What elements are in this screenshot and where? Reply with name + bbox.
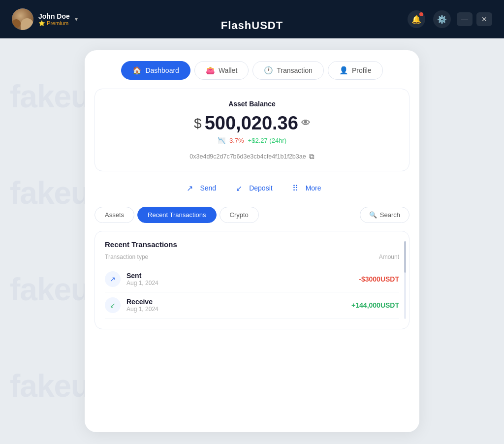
section-tabs: Assets Recent Transactions Crypto 🔍 Sear… bbox=[85, 207, 419, 223]
tx-details: Sent Aug 1, 2024 bbox=[126, 272, 359, 286]
user-info: John Doe ⭐ Premium bbox=[38, 12, 70, 27]
send-icon: ↗ bbox=[183, 181, 196, 195]
person-icon: 👤 bbox=[339, 66, 348, 75]
balance-value: 500,020.36 bbox=[205, 113, 298, 134]
balance-change: 📉 3.7% +$2.27 (24hr) bbox=[107, 137, 397, 144]
tx-type: Receive bbox=[126, 298, 351, 306]
deposit-icon: ↙ bbox=[232, 181, 246, 195]
wallet-address: 0x3e4d9c2d7c7b6d3e3cb4cfe4f1b1f2b3ae ⧉ bbox=[107, 152, 397, 161]
tx-col-type: Transaction type bbox=[105, 254, 148, 260]
dashboard-icon: 🏠 bbox=[132, 66, 142, 75]
address-text: 0x3e4d9c2d7c7b6d3e3cb4cfe4f1b1f2b3ae bbox=[189, 153, 306, 160]
search-button[interactable]: 🔍 Search bbox=[360, 207, 410, 223]
tx-amount: +144,000USDT bbox=[351, 301, 399, 309]
eye-icon[interactable]: 👁 bbox=[301, 118, 310, 128]
balance-amount: $ 500,020.36 👁 bbox=[107, 113, 397, 134]
tab-profile[interactable]: 👤 Profile bbox=[328, 61, 383, 80]
tab-recent-transactions[interactable]: Recent Transactions bbox=[137, 207, 217, 223]
scroll-thumb bbox=[404, 241, 406, 272]
minimize-button[interactable]: — bbox=[457, 12, 472, 26]
notifications-button[interactable]: 🔔 bbox=[408, 10, 425, 28]
tx-amount: -$3000USDT bbox=[359, 275, 399, 283]
app-title: FlashUSDT bbox=[221, 19, 283, 32]
user-badge: ⭐ Premium bbox=[38, 20, 70, 27]
currency-symbol: $ bbox=[194, 116, 202, 131]
main-card: 🏠 Dashboard 👛 Wallet 🕐 Transaction 👤 Pro… bbox=[85, 50, 419, 432]
nav-tabs: 🏠 Dashboard 👛 Wallet 🕐 Transaction 👤 Pro… bbox=[85, 50, 419, 89]
balance-label: Asset Balance bbox=[107, 100, 397, 108]
tab-dashboard[interactable]: 🏠 Dashboard bbox=[121, 61, 190, 80]
tx-type: Sent bbox=[126, 272, 359, 280]
trend-icon: 📉 bbox=[218, 137, 225, 144]
receive-arrow-icon: ↙ bbox=[105, 297, 121, 313]
copy-icon[interactable]: ⧉ bbox=[309, 152, 315, 161]
user-profile[interactable]: John Doe ⭐ Premium ▾ bbox=[12, 8, 78, 30]
tab-wallet[interactable]: 👛 Wallet bbox=[194, 61, 249, 80]
header-icons: 🔔 ⚙️ bbox=[408, 10, 451, 28]
send-button[interactable]: ↗ Send bbox=[183, 181, 216, 195]
transactions-title: Recent Transactions bbox=[105, 240, 399, 249]
scrollbar[interactable] bbox=[404, 241, 406, 319]
table-row: ↗ Sent Aug 1, 2024 -$3000USDT bbox=[105, 266, 399, 292]
tx-header: Transaction type Amount bbox=[105, 254, 399, 260]
table-row: ↙ Receive Aug 1, 2024 +144,000USDT bbox=[105, 292, 399, 318]
clock-icon: 🕐 bbox=[264, 66, 273, 75]
window-controls: — ✕ bbox=[457, 12, 492, 26]
more-icon: ⠿ bbox=[288, 181, 302, 195]
transactions-container: Recent Transactions Transaction type Amo… bbox=[94, 231, 410, 329]
search-icon: 🔍 bbox=[369, 211, 377, 219]
notification-badge bbox=[419, 12, 423, 16]
wallet-icon: 👛 bbox=[206, 66, 215, 75]
avatar bbox=[12, 8, 33, 30]
more-button[interactable]: ⠿ More bbox=[288, 181, 321, 195]
tab-transaction[interactable]: 🕐 Transaction bbox=[252, 61, 324, 80]
deposit-button[interactable]: ↙ Deposit bbox=[232, 181, 272, 195]
chevron-down-icon[interactable]: ▾ bbox=[75, 16, 78, 23]
main-content: fakeusdtsender.com fakeusdtsender.com fa… bbox=[0, 38, 504, 444]
user-name: John Doe bbox=[38, 12, 70, 20]
change-percent: 3.7% bbox=[229, 137, 244, 144]
tab-crypto[interactable]: Crypto bbox=[220, 207, 259, 223]
change-amount: +$2.27 (24hr) bbox=[248, 137, 286, 144]
close-button[interactable]: ✕ bbox=[476, 12, 492, 26]
tab-assets[interactable]: Assets bbox=[94, 207, 134, 223]
tx-date: Aug 1, 2024 bbox=[126, 280, 359, 286]
tx-details: Receive Aug 1, 2024 bbox=[126, 298, 351, 313]
app-header: John Doe ⭐ Premium ▾ FlashUSDT 🔔 ⚙️ — ✕ bbox=[0, 0, 504, 38]
balance-card: Asset Balance $ 500,020.36 👁 📉 3.7% +$2.… bbox=[94, 89, 410, 171]
send-arrow-icon: ↗ bbox=[105, 271, 121, 287]
tx-col-amount: Amount bbox=[379, 254, 399, 260]
tx-date: Aug 1, 2024 bbox=[126, 306, 351, 313]
action-buttons: ↗ Send ↙ Deposit ⠿ More bbox=[85, 181, 419, 195]
settings-button[interactable]: ⚙️ bbox=[433, 10, 451, 28]
